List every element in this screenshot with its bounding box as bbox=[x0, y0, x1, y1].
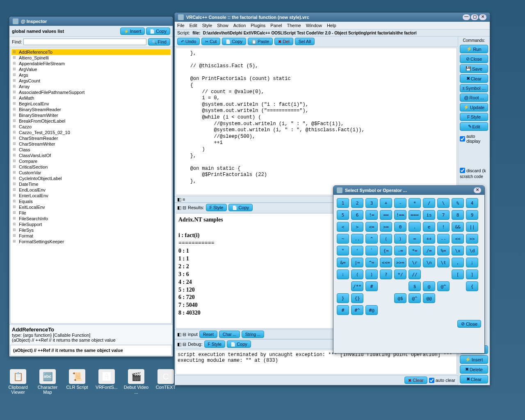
symbol-button[interactable]: << bbox=[452, 234, 464, 244]
tree-item[interactable]: Altiero_Spinelli bbox=[11, 55, 171, 61]
tree-item[interactable]: Args bbox=[11, 72, 171, 78]
symbol-button[interactable]: *= bbox=[409, 246, 421, 256]
symbol-button[interactable]: \r bbox=[409, 258, 421, 267]
symbol-button[interactable]: #^ bbox=[351, 305, 363, 315]
symbol-button[interactable]: > bbox=[351, 222, 363, 232]
menu-plugins[interactable]: Plugins bbox=[251, 23, 265, 28]
undo-button[interactable]: ↶Undo bbox=[177, 38, 200, 45]
symbol-button[interactable]: >> bbox=[466, 234, 478, 244]
bot-clear-button[interactable]: ✖Clear bbox=[460, 375, 488, 383]
symbol-button[interactable]: |= bbox=[351, 258, 363, 267]
symbol-button[interactable]: -= bbox=[394, 246, 406, 256]
tree-item[interactable]: FileSys bbox=[11, 227, 171, 233]
desktop-icon[interactable]: 📜CLR Script bbox=[64, 369, 90, 390]
symbol-button[interactable]: */ bbox=[394, 269, 406, 279]
symbol-button[interactable]: [ bbox=[452, 269, 464, 279]
symbol-button[interactable]: - bbox=[394, 198, 406, 208]
symbol-button[interactable]: %= bbox=[437, 246, 450, 256]
results-copy-button[interactable]: 📄Copy bbox=[228, 204, 253, 211]
tree-item[interactable]: Format bbox=[11, 233, 171, 239]
menu-panel[interactable]: Panel bbox=[270, 23, 282, 28]
tree-item[interactable]: FormatSettingsKeeper bbox=[11, 239, 171, 244]
selall-button[interactable]: Sel All bbox=[295, 38, 315, 45]
symbol-button[interactable]: + bbox=[380, 198, 392, 208]
menu-style[interactable]: Style bbox=[202, 23, 212, 28]
bottom-clear-button[interactable]: ✖Clear bbox=[404, 377, 427, 384]
symbol-button[interactable]: ' bbox=[351, 246, 363, 256]
tree-item[interactable]: Cazzo bbox=[11, 124, 171, 130]
symbol-button[interactable]: !== bbox=[394, 210, 406, 220]
symbol-button[interactable]: {= bbox=[380, 246, 392, 256]
tree-item[interactable]: AddReferenceTo bbox=[11, 49, 171, 55]
symbol-button[interactable]: @^ bbox=[409, 293, 421, 303]
side-clear-button[interactable]: ✖Clear bbox=[460, 74, 488, 83]
symbol-button[interactable]: 0 bbox=[394, 222, 406, 232]
edit-button[interactable]: ✎Edit bbox=[460, 122, 488, 131]
tree-item[interactable]: CustomVar bbox=[11, 170, 171, 176]
tree-item[interactable]: EnterLocalEnv bbox=[11, 193, 171, 199]
symbol-button[interactable]: #@ bbox=[365, 305, 378, 315]
save-button[interactable]: 💾Save bbox=[460, 64, 488, 73]
symbol-button[interactable]: = bbox=[409, 234, 421, 244]
menu-action[interactable]: Action bbox=[233, 23, 246, 28]
del-button[interactable]: ✖Del bbox=[274, 38, 293, 45]
symbol-button[interactable]: ; bbox=[466, 258, 478, 267]
symbol-button[interactable]: # bbox=[365, 281, 378, 291]
input-string-button[interactable]: String ... bbox=[242, 331, 264, 338]
tree-item[interactable]: CriticalSection bbox=[11, 164, 171, 170]
tree-item[interactable]: ArgsCount bbox=[11, 78, 171, 84]
tree-item[interactable]: ArgValue bbox=[11, 66, 171, 72]
tree-item[interactable]: EndLocalEnv bbox=[11, 187, 171, 193]
symbol-button[interactable]: } bbox=[337, 293, 349, 303]
minimize-button[interactable]: — bbox=[463, 14, 470, 20]
symbol-button[interactable]: 3 bbox=[365, 198, 378, 208]
symbol-button[interactable]: \n bbox=[423, 258, 435, 267]
tree-item[interactable]: AppendableFileStream bbox=[11, 61, 171, 66]
cut-button[interactable]: ✂Cut bbox=[201, 38, 220, 45]
symbol-button[interactable]: != bbox=[365, 210, 378, 220]
symbol-button[interactable]: 5 bbox=[337, 210, 349, 220]
tree-item[interactable]: File bbox=[11, 210, 171, 216]
tree-item[interactable]: ClassVarsListOf bbox=[11, 153, 171, 158]
symbol-button[interactable]: / bbox=[423, 198, 435, 208]
symbol-button[interactable]: ` bbox=[365, 246, 378, 256]
find-button[interactable]: 🔍Find bbox=[148, 38, 170, 46]
input-reset-button[interactable]: Reset bbox=[199, 331, 217, 338]
symbol-button[interactable]: e bbox=[423, 222, 435, 232]
symbol-button[interactable]: &= bbox=[337, 258, 349, 267]
close-button[interactable]: ✕ bbox=[479, 14, 486, 20]
tree-item[interactable]: Cazzo_Test_2015_02_10 bbox=[11, 130, 171, 135]
input-char-button[interactable]: Char ... bbox=[219, 331, 240, 338]
bot-delete-button[interactable]: ✖Delete bbox=[460, 365, 488, 374]
symbol-button[interactable]: @^ bbox=[437, 281, 450, 291]
tree-item[interactable]: CycleIntoObjectLabel bbox=[11, 176, 171, 181]
symbol-button[interactable]: 6 bbox=[351, 210, 363, 220]
find-input[interactable] bbox=[23, 39, 146, 45]
symbol-button[interactable]: # bbox=[337, 305, 349, 315]
symbol-button[interactable]: >>= bbox=[394, 258, 406, 267]
menu-show[interactable]: Show bbox=[217, 23, 228, 28]
symbol-button[interactable]: >= bbox=[380, 222, 392, 232]
update-button[interactable]: ⚡Update bbox=[460, 103, 488, 112]
inspector-titlebar[interactable]: @ Inspector bbox=[9, 17, 173, 26]
symbol-button[interactable]: ^= bbox=[365, 258, 378, 267]
desktop-icon[interactable]: 🅰VRFontS... bbox=[94, 369, 120, 390]
side-close-button[interactable]: ⊘Close bbox=[460, 55, 488, 63]
console-titlebar[interactable]: VRCalc++ Console :: the factorial functi… bbox=[175, 13, 490, 22]
symbol-button[interactable]: <= bbox=[365, 222, 378, 232]
paste-button[interactable]: 📋Paste bbox=[248, 38, 273, 45]
symbol-button[interactable]: == bbox=[380, 210, 392, 220]
symbol-button[interactable]: " bbox=[337, 246, 349, 256]
menu-edit[interactable]: Edit bbox=[189, 23, 197, 28]
symbol-button[interactable]: ! bbox=[437, 222, 450, 232]
code-editor[interactable]: }, // @thisclass.Fact (5), @on PrintFact… bbox=[176, 48, 457, 195]
inspector-copy-button[interactable]: 📄Copy bbox=[146, 27, 170, 35]
menu-file[interactable]: File bbox=[177, 23, 185, 28]
results-style-button[interactable]: FStyle bbox=[206, 204, 227, 211]
debug-style-button[interactable]: FStyle bbox=[204, 340, 226, 348]
symbol-button[interactable]: && bbox=[452, 222, 464, 232]
symbol-button[interactable]: ? bbox=[380, 269, 392, 279]
symbol-button[interactable]: // bbox=[409, 269, 421, 279]
tree-item[interactable]: CharStreamWriter bbox=[11, 141, 171, 147]
symbol-button[interactable]: @$ bbox=[394, 293, 406, 303]
